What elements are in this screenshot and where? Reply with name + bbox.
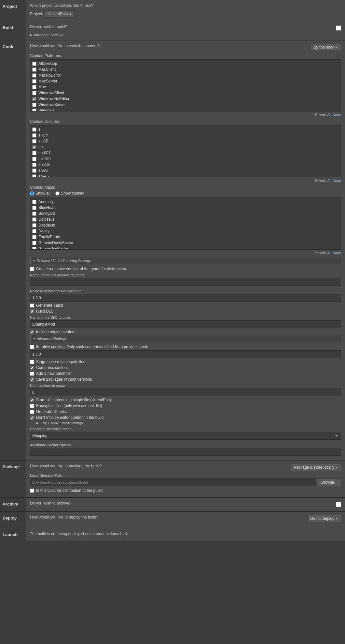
culture-el-cy-cb[interactable] xyxy=(32,133,36,138)
build-checkbox[interactable] xyxy=(336,25,341,31)
platform-windowsserver-cb[interactable] xyxy=(32,103,36,107)
cultures-select-all[interactable]: All xyxy=(327,179,331,183)
map-boneyard-cb[interactable] xyxy=(32,212,36,216)
distribution-row: Is this build for distribution to the pu… xyxy=(30,488,341,493)
show-cooked-radio-item: Show cooked xyxy=(55,191,84,196)
maps-list: Anomaly BlueHeart Boneyard Colossus Daed… xyxy=(30,198,341,250)
show-cooked-radio[interactable] xyxy=(55,191,60,196)
cook-header: How would you like to cook the content? … xyxy=(30,44,341,51)
platform-windows-cb[interactable] xyxy=(32,109,36,112)
project-dropdown[interactable]: HeliumRain xyxy=(45,10,75,18)
store-single-file-cb[interactable] xyxy=(30,398,34,402)
stage-base-pak-cb[interactable] xyxy=(30,360,34,364)
map-decay: Decay xyxy=(31,228,340,234)
platform-macnoeditor-cb[interactable] xyxy=(32,73,36,78)
map-colossus: Colossus xyxy=(31,217,340,222)
additional-cooker-input[interactable] xyxy=(30,448,341,456)
deploy-content: How would you like to deploy the build? … xyxy=(26,512,345,528)
package-question: How would you like to package the build? xyxy=(30,464,102,468)
cook-label: Cook xyxy=(0,40,26,460)
platform-macclient-cb[interactable] xyxy=(32,67,36,72)
launch-section: Launch The build is not being deployed a… xyxy=(0,528,345,541)
cook-section: Cook How would you like to cook the cont… xyxy=(0,40,345,461)
culture-el-gr-cb[interactable] xyxy=(32,139,36,143)
maps-select-none[interactable]: None xyxy=(333,251,341,255)
cultures-list: el el-CY el-GR en en-001 en-150 xyxy=(30,125,341,177)
cook-method-dropdown[interactable]: By the book xyxy=(311,44,341,51)
culture-en-001-cb[interactable] xyxy=(32,151,36,155)
package-content: How would you like to package the build?… xyxy=(26,461,345,497)
save-packages-cb[interactable] xyxy=(30,377,34,382)
map-genericicysector: GenericIcySector xyxy=(31,246,340,250)
include-engine-cb[interactable] xyxy=(30,330,34,334)
generate-chunks-cb[interactable] xyxy=(30,410,34,414)
dlc-name-input[interactable] xyxy=(30,320,341,328)
map-genericicysector-cb[interactable] xyxy=(32,247,36,250)
create-release-cb[interactable] xyxy=(30,267,34,271)
show-all-radio[interactable] xyxy=(30,191,34,196)
platform-alldesktop-cb[interactable] xyxy=(32,62,36,66)
add-patch-tier-cb[interactable] xyxy=(30,372,34,376)
num-cookers-label: Num cookers to spawn: xyxy=(30,384,341,388)
culture-en-cb[interactable] xyxy=(32,145,36,149)
archive-content: Do you wish to archive? xyxy=(26,498,345,511)
build-dlc-cb[interactable] xyxy=(30,309,34,314)
map-genericdustysector-cb[interactable] xyxy=(32,241,36,245)
dont-include-editor-cb[interactable] xyxy=(30,416,34,420)
platform-windowsclient-cb[interactable] xyxy=(32,91,36,95)
culture-en-as-cb[interactable] xyxy=(32,174,36,178)
map-familyphoto-cb[interactable] xyxy=(32,235,36,239)
deploy-question: How would you like to deploy the build? xyxy=(30,515,98,520)
browse-button[interactable]: Browse... xyxy=(318,478,341,486)
num-cookers-input[interactable] xyxy=(30,388,341,396)
platform-macserver-cb[interactable] xyxy=(32,79,36,83)
culture-el-cy: el-CY xyxy=(31,133,340,138)
maps-select-all[interactable]: All xyxy=(327,251,331,255)
culture-en: en xyxy=(31,144,340,150)
map-anomaly: Anomaly xyxy=(31,199,340,204)
show-all-radio-item: Show all xyxy=(30,191,50,196)
local-dir-label: Local Directory Path: xyxy=(30,474,341,477)
launch-label: Launch xyxy=(0,528,26,541)
advanced-cook-header[interactable]: Advanced Settings xyxy=(30,335,341,342)
platform-windowsclient: WindowsClient xyxy=(31,90,340,95)
iterative-value-input[interactable] xyxy=(30,350,341,358)
build-section: Build Do you wish to build? Advanced Set… xyxy=(0,21,345,40)
archive-checkbox[interactable] xyxy=(336,502,341,507)
local-dir-input[interactable] xyxy=(30,478,316,486)
map-colossus-cb[interactable] xyxy=(32,217,36,222)
generate-patch-cb[interactable] xyxy=(30,303,34,308)
cultures-select-none[interactable]: None xyxy=(333,179,341,183)
deploy-method-dropdown[interactable]: Do not deploy xyxy=(307,515,341,522)
culture-en-ag-cb[interactable] xyxy=(32,163,36,167)
package-section: Package How would you like to package th… xyxy=(0,461,345,498)
map-blueheart-cb[interactable] xyxy=(32,206,36,210)
distribution-cb[interactable] xyxy=(30,489,34,493)
http-chunk-toggle[interactable]: Http Chunk Install Settings xyxy=(30,421,341,425)
launch-message: The build is not being deployed and cann… xyxy=(30,532,128,536)
cooker-build-config-select[interactable]: Shipping Development Debug xyxy=(30,432,341,440)
platform-mac-cb[interactable] xyxy=(32,85,36,89)
compress-content-cb[interactable] xyxy=(30,366,34,370)
culture-en-ai-cb[interactable] xyxy=(32,168,36,173)
platform-windowsnoeditor-cb[interactable] xyxy=(32,97,36,101)
map-boneyard: Boneyard xyxy=(31,211,340,216)
release-based-on-input[interactable] xyxy=(30,294,341,302)
iterative-cooking-cb[interactable] xyxy=(30,345,34,349)
additional-cooker-label: Additional Cooker Options: xyxy=(30,443,341,447)
platforms-select-all[interactable]: All xyxy=(327,113,331,117)
encrypt-ini-cb[interactable] xyxy=(30,404,34,408)
map-decay-cb[interactable] xyxy=(32,229,36,233)
map-anomaly-cb[interactable] xyxy=(32,200,36,204)
culture-el-cb[interactable] xyxy=(32,127,36,132)
build-advanced-toggle[interactable]: Advanced Settings xyxy=(30,33,341,37)
culture-en-150-cb[interactable] xyxy=(32,157,36,161)
culture-en-001: en-001 xyxy=(31,150,340,155)
new-release-input[interactable] xyxy=(30,278,341,286)
map-daedalus-cb[interactable] xyxy=(32,223,36,227)
release-dlc-header[interactable]: Release / DLC / Patching Settings xyxy=(30,257,341,264)
project-question: Which project would you like to use? xyxy=(30,3,341,8)
package-method-dropdown[interactable]: Package & store locally xyxy=(291,464,341,471)
project-section: Project Which project would you like to … xyxy=(0,0,345,21)
platforms-select-none[interactable]: None xyxy=(333,113,341,117)
